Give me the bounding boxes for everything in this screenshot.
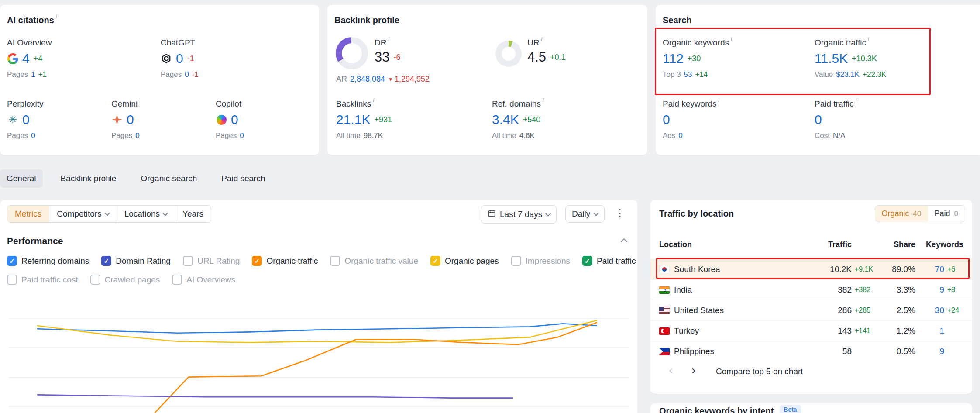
compare-top5-link[interactable]: Compare top 5 on chart [716, 367, 803, 376]
flag-south-korea-icon [659, 266, 670, 273]
metric-ref-domains: Ref. domainsi 3.4K+540 All time4.6K [492, 99, 544, 140]
table-row-turkey[interactable]: Turkey 143 +141 1.2% 1 [650, 320, 972, 341]
search-title: Search [663, 15, 692, 25]
checkbox-organic-pages[interactable]: Organic pages [430, 256, 499, 266]
table-row-india[interactable]: India 382 +382 3.3% 9 +8 [650, 279, 972, 300]
metric-dr: DRi 33 -6 [375, 38, 401, 65]
collapse-chevron-icon[interactable] [621, 238, 628, 245]
tab-backlink-profile[interactable]: Backlink profile [54, 169, 123, 188]
years-button[interactable]: Years [175, 206, 211, 222]
performance-panel: Metrics Competitors Locations Years Last… [0, 200, 637, 413]
table-row-philippines[interactable]: Philippines 58 0.5% 9 [650, 341, 972, 361]
checkbox-icon [183, 256, 193, 266]
checkbox-icon [330, 256, 340, 266]
metric-checkbox-row-2: Paid traffic cost Crawled pages AI Overv… [7, 275, 235, 285]
chevron-down-icon [593, 210, 599, 216]
checkbox-icon [252, 256, 262, 266]
chevron-down-icon [162, 210, 168, 216]
info-icon[interactable]: i [868, 36, 869, 46]
metric-organic-traffic: Organic traffici 11.5K+10.3K Value$23.1K… [815, 38, 886, 79]
organic-paid-toggle: Organic 40 Paid 0 [875, 205, 965, 222]
traffic-by-location-title: Traffic by location [659, 209, 734, 219]
checkbox-ai-overviews[interactable]: AI Overviews [172, 275, 235, 285]
granularity-button[interactable]: Daily [565, 205, 605, 223]
ai-citations-title: AI citationsi [7, 15, 57, 25]
prev-page-button[interactable]: ‹ [669, 364, 673, 376]
date-range-button[interactable]: Last 7 days [481, 205, 557, 224]
dr-value: 33 [375, 49, 389, 65]
backlink-profile-card: Backlink profile DRi 33 -6 AR 2,848,084 … [327, 5, 647, 155]
info-icon[interactable]: i [543, 97, 544, 107]
checkbox-organic-traffic[interactable]: Organic traffic [252, 256, 318, 266]
checkbox-referring-domains[interactable]: Referring domains [7, 256, 89, 266]
metric-paid-keywords: Paid keywordsi 0 Ads0 [663, 99, 719, 140]
checkbox-icon [430, 256, 440, 266]
info-icon[interactable]: i [855, 97, 856, 107]
metric-value[interactable]: 0 [231, 112, 238, 127]
chevron-down-icon [104, 210, 110, 216]
metric-ur: URi 4.5 +0.1 [527, 38, 566, 65]
backlink-profile-title: Backlink profile [334, 15, 399, 25]
metric-gemini: Gemini 0 Pages0 [111, 99, 212, 140]
organic-keywords-by-intent-title: Organic keywords by intent Beta [659, 406, 801, 413]
location-table: South Korea 10.2K +9.1K 89.0% 70 +6 Indi… [650, 259, 972, 361]
info-icon[interactable]: i [731, 36, 732, 46]
toggle-organic[interactable]: Organic 40 [875, 206, 928, 222]
metric-value[interactable]: 0 [22, 112, 30, 127]
toggle-paid[interactable]: Paid 0 [928, 206, 965, 222]
metrics-button[interactable]: Metrics [7, 206, 49, 222]
checkbox-icon [7, 256, 17, 266]
tab-organic-search[interactable]: Organic search [134, 169, 203, 188]
metric-value[interactable]: 4 [22, 51, 30, 66]
metric-copilot: Copilot 0 Pages0 [216, 99, 316, 140]
info-icon[interactable]: i [373, 97, 374, 107]
checkbox-icon [7, 275, 17, 285]
ur-value: 4.5 [527, 49, 546, 65]
kebab-menu-icon[interactable]: ⋮ [615, 208, 625, 218]
checkbox-paid-traffic-cost[interactable]: Paid traffic cost [7, 275, 78, 285]
flag-india-icon [659, 286, 670, 294]
gemini-icon [111, 114, 123, 125]
performance-title: Performance [7, 236, 63, 246]
traffic-by-location-card: Traffic by location Organic 40 Paid 0 Lo… [650, 200, 972, 394]
checkbox-icon [511, 256, 521, 266]
metric-value[interactable]: 0 [176, 51, 183, 66]
checkbox-url-rating[interactable]: URL Rating [183, 256, 240, 266]
copilot-icon [216, 114, 227, 125]
checkbox-icon [90, 275, 100, 285]
checkbox-domain-rating[interactable]: Domain Rating [101, 256, 171, 266]
chatgpt-icon [161, 53, 172, 64]
info-icon[interactable]: i [388, 36, 389, 46]
metric-paid-traffic: Paid traffici 0 CostN/A [815, 99, 856, 140]
table-row-south-korea[interactable]: South Korea 10.2K +9.1K 89.0% 70 +6 [650, 259, 972, 279]
ai-citations-card: AI citationsi AI Overview 4 +4 Pages1+1 … [0, 5, 319, 155]
checkbox-impressions[interactable]: Impressions [511, 256, 570, 266]
flag-turkey-icon [659, 327, 670, 335]
info-icon[interactable]: i [56, 14, 57, 24]
calendar-icon [488, 209, 496, 220]
location-header-row: Location Traffic Share Keywords [659, 240, 963, 249]
beta-badge: Beta [780, 405, 801, 413]
next-page-button[interactable]: › [691, 364, 695, 376]
competitors-button[interactable]: Competitors [49, 206, 116, 222]
checkbox-paid-traffic[interactable]: Paid traffic [582, 256, 636, 266]
performance-chart[interactable] [6, 303, 631, 413]
tab-general[interactable]: General [0, 169, 43, 188]
report-controls-group: Metrics Competitors Locations Years [7, 205, 211, 223]
perplexity-icon: ✳ [7, 114, 18, 125]
ur-donut [495, 41, 522, 67]
checkbox-icon [101, 256, 111, 266]
search-card: Search Organic keywordsi 112+30 Top 353+… [656, 5, 980, 155]
tab-paid-search[interactable]: Paid search [215, 169, 272, 188]
flag-united-states-icon [659, 307, 670, 314]
metric-value[interactable]: 0 [127, 112, 134, 127]
metric-checkbox-row-1: Referring domains Domain Rating URL Rati… [7, 256, 636, 266]
metric-backlinks: Backlinksi 21.1K+931 All time98.7K [336, 99, 392, 140]
checkbox-crawled-pages[interactable]: Crawled pages [90, 275, 160, 285]
checkbox-organic-traffic-value[interactable]: Organic traffic value [330, 256, 418, 266]
metric-chatgpt: ChatGPT 0 -1 Pages0-1 [161, 38, 261, 79]
info-icon[interactable]: i [719, 97, 720, 107]
info-icon[interactable]: i [541, 36, 542, 46]
locations-button[interactable]: Locations [117, 206, 175, 222]
table-row-united-states[interactable]: United States 286 +285 2.5% 30 +24 [650, 300, 972, 320]
